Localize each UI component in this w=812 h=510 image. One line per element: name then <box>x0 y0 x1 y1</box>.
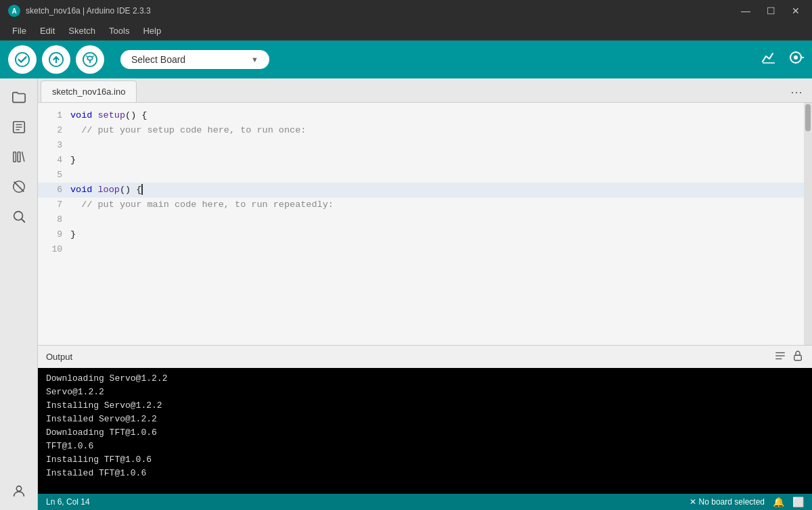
line-content <box>70 138 804 153</box>
menu-bar: File Edit Sketch Tools Help <box>0 22 812 41</box>
line-content: // put your setup code here, to run once… <box>70 123 804 138</box>
no-board-status[interactable]: ✕ No board selected <box>690 497 765 507</box>
menu-edit[interactable]: Edit <box>33 23 62 39</box>
code-line: 3 <box>38 138 804 153</box>
line-number: 9 <box>38 227 70 242</box>
sidebar-folder-button[interactable] <box>5 84 32 111</box>
editor-output-container: sketch_nov16a.ino ⋯ 1void setup() {2 // … <box>38 78 812 510</box>
sidebar <box>0 78 38 510</box>
toolbar-right <box>761 49 804 70</box>
menu-help[interactable]: Help <box>136 23 168 39</box>
code-line: 6void loop() { <box>38 183 804 198</box>
svg-rect-16 <box>13 152 16 162</box>
menu-file[interactable]: File <box>5 23 33 39</box>
output-line: Servo@1.2.2 <box>46 386 804 399</box>
serial-monitor-button[interactable] <box>788 49 804 70</box>
tab-label: sketch_nov16a.ino <box>52 87 125 97</box>
sidebar-library-button[interactable] <box>5 143 32 170</box>
line-content: void setup() { <box>70 108 804 123</box>
output-header: Output <box>38 345 812 368</box>
debug-button[interactable] <box>76 45 104 74</box>
output-header-actions <box>774 350 804 365</box>
clear-output-button[interactable] <box>774 350 786 365</box>
output-line: TFT@1.0.6 <box>46 440 804 453</box>
svg-line-21 <box>22 219 24 222</box>
verify-icon <box>15 52 30 67</box>
minimize-button[interactable]: — <box>737 4 754 18</box>
maximize-button[interactable]: ☐ <box>763 4 780 18</box>
menu-tools[interactable]: Tools <box>102 23 136 39</box>
notification-icon[interactable]: 🔔 <box>773 496 784 507</box>
output-panel: Output <box>38 345 812 494</box>
window-title: sketch_nov16a | Arduino IDE 2.3.3 <box>26 6 151 16</box>
editor-area: sketch_nov16a.ino ⋯ 1void setup() {2 // … <box>38 78 812 345</box>
search-icon <box>12 209 26 224</box>
svg-point-0 <box>16 53 29 66</box>
line-content <box>70 168 804 183</box>
output-line: Downloading TFT@1.0.6 <box>46 426 804 440</box>
svg-point-22 <box>16 486 21 491</box>
serial-monitor-icon <box>788 49 804 66</box>
sidebar-user-button[interactable] <box>5 478 32 505</box>
output-line: Installing Servo@1.2.2 <box>46 399 804 413</box>
board-selector[interactable]: Select Board ▼ <box>120 50 269 69</box>
line-number: 5 <box>38 168 70 183</box>
output-line: Installed TFT@1.0.6 <box>46 467 804 480</box>
code-editor[interactable]: 1void setup() {2 // put your setup code … <box>38 103 804 345</box>
output-line: Downloading Servo@1.2.2 <box>46 372 804 386</box>
main-area: sketch_nov16a.ino ⋯ 1void setup() {2 // … <box>0 78 812 510</box>
svg-point-10 <box>794 55 798 60</box>
editor-tab[interactable]: sketch_nov16a.ino <box>41 80 137 102</box>
tab-more-button[interactable]: ⋯ <box>786 82 807 102</box>
line-content <box>70 242 804 257</box>
expand-icon[interactable]: ⬜ <box>792 496 804 507</box>
code-line: 8 <box>38 212 804 227</box>
line-number: 4 <box>38 153 70 168</box>
sidebar-sketchbook-button[interactable] <box>5 114 32 141</box>
code-line: 2 // put your setup code here, to run on… <box>38 123 804 138</box>
user-icon <box>12 484 26 499</box>
serial-plotter-button[interactable] <box>761 49 777 70</box>
output-line: Installing TFT@1.0.6 <box>46 453 804 467</box>
upload-icon <box>49 52 64 67</box>
line-number: 1 <box>38 108 70 123</box>
menu-sketch[interactable]: Sketch <box>62 23 102 39</box>
sidebar-bottom <box>5 478 32 505</box>
cursor-position: Ln 6, Col 14 <box>46 497 90 507</box>
line-content: } <box>70 153 804 168</box>
folder-icon <box>12 90 26 105</box>
line-number: 6 <box>38 183 70 198</box>
svg-rect-17 <box>18 152 20 162</box>
code-line: 9} <box>38 227 804 242</box>
output-line: Installed Servo@1.2.2 <box>46 413 804 426</box>
close-button[interactable]: ✕ <box>788 4 804 18</box>
code-line: 1void setup() { <box>38 108 804 123</box>
output-content: Downloading Servo@1.2.2Servo@1.2.2Instal… <box>38 368 812 494</box>
list-icon <box>774 350 786 362</box>
line-number: 3 <box>38 138 70 153</box>
sidebar-debug-button[interactable] <box>5 173 32 200</box>
line-number: 8 <box>38 212 70 227</box>
board-selector-arrow: ▼ <box>251 55 258 64</box>
title-bar-left: A sketch_nov16a | Arduino IDE 2.3.3 <box>8 5 151 17</box>
svg-line-19 <box>14 182 24 192</box>
svg-rect-26 <box>794 355 802 361</box>
line-number: 10 <box>38 242 70 257</box>
code-area: 1void setup() {2 // put your setup code … <box>38 103 812 345</box>
toolbar: Select Board ▼ <box>0 41 812 78</box>
editor-scrollbar[interactable] <box>804 103 812 345</box>
arduino-logo: A <box>8 5 20 17</box>
lock-output-button[interactable] <box>792 350 804 365</box>
code-line: 5 <box>38 168 804 183</box>
line-number: 2 <box>38 123 70 138</box>
sidebar-search-button[interactable] <box>5 203 32 230</box>
debug-icon <box>83 52 97 67</box>
library-icon <box>12 149 26 164</box>
board-selector-label: Select Board <box>131 54 185 65</box>
tab-bar: sketch_nov16a.ino ⋯ <box>38 78 812 103</box>
verify-button[interactable] <box>8 45 37 74</box>
code-line: 7 // put your main code here, to run rep… <box>38 198 804 212</box>
line-content <box>70 212 804 227</box>
line-number: 7 <box>38 198 70 212</box>
upload-button[interactable] <box>42 45 70 74</box>
